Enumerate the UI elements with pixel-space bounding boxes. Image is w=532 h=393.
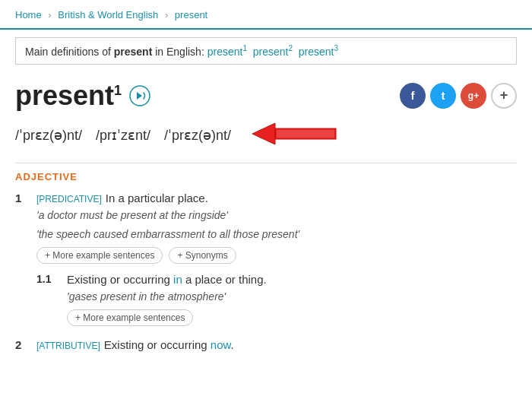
breadcrumb-sep1: › xyxy=(48,9,51,21)
def-example-1a: 'a doctor must be present at the ringsid… xyxy=(36,208,517,223)
infobar-prefix: Main definitions of xyxy=(25,46,114,58)
breadcrumb-section[interactable]: British & World English xyxy=(58,9,158,21)
more-button[interactable]: + xyxy=(491,83,517,109)
inline-link-now[interactable]: now xyxy=(211,338,231,351)
pronunciation-2: /prɪˈzɛnt/ xyxy=(96,127,150,144)
svg-marker-3 xyxy=(252,123,275,144)
def-text-2: Existing or occurring now. xyxy=(104,338,234,351)
social-icons: f t g+ + xyxy=(400,83,517,109)
pronunciation-1: /ˈprɛz(ə)nt/ xyxy=(15,127,82,144)
infobar-link2[interactable]: present2 xyxy=(253,46,293,58)
infobar-link3[interactable]: present3 xyxy=(299,46,338,58)
infobar-word: present xyxy=(114,46,153,58)
more-examples-button-1-1[interactable]: + More example sentences xyxy=(67,309,193,326)
breadcrumb: Home › British & World English › present xyxy=(0,0,532,30)
more-examples-button-1[interactable]: + More example sentences xyxy=(36,247,163,264)
twitter-button[interactable]: t xyxy=(430,83,456,109)
breadcrumb-current: present xyxy=(175,9,207,21)
word-title-row: present1 f t g+ + xyxy=(15,80,517,112)
word-sup: 1 xyxy=(114,83,122,98)
sub-def-buttons-1-1: + More example sentences xyxy=(67,309,517,326)
twitter-icon: t xyxy=(442,89,445,102)
facebook-icon: f xyxy=(411,89,415,102)
inline-link-in[interactable]: in xyxy=(173,273,182,286)
word-title: present1 xyxy=(15,80,122,112)
breadcrumb-home[interactable]: Home xyxy=(15,9,42,21)
sub-definition-1-1: 1.1 Existing or occurring in a place or … xyxy=(36,273,517,326)
sub-def-content-1-1: Existing or occurring in a place or thin… xyxy=(67,273,517,326)
infobar-mid: in English: xyxy=(152,46,207,58)
sub-def-number-1-1: 1.1 xyxy=(36,273,67,285)
breadcrumb-sep2: › xyxy=(165,9,168,21)
sub-def-example-1-1: 'gases present in the atmosphere' xyxy=(67,289,517,305)
pos-label: ADJECTIVE xyxy=(15,171,517,182)
facebook-button[interactable]: f xyxy=(400,83,426,109)
word-title-left: present1 xyxy=(15,80,150,112)
main-content: present1 f t g+ + xyxy=(0,72,532,379)
info-bar: Main definitions of present in English: … xyxy=(15,37,517,65)
def-number-2: 2 xyxy=(15,338,36,351)
def-buttons-1: + More example sentences + Synonyms xyxy=(36,247,517,264)
gplus-button[interactable]: g+ xyxy=(461,83,486,109)
red-arrow-icon xyxy=(252,118,351,154)
definition-1: 1 [PREDICATIVE]In a particular place. 'a… xyxy=(15,192,517,326)
def-text-1: In a particular place. xyxy=(106,192,208,204)
more-icon: + xyxy=(500,87,508,103)
def-content-2: [ATTRIBUTIVE]Existing or occurring now. xyxy=(36,338,517,351)
svg-rect-4 xyxy=(277,130,334,138)
sub-def-text-1-1: Existing or occurring in a place or thin… xyxy=(67,273,267,286)
infobar-link1[interactable]: present1 xyxy=(207,46,247,58)
def-tag-2: [ATTRIBUTIVE] xyxy=(36,341,100,351)
def-example-1b: 'the speech caused embarrassment to all … xyxy=(36,227,517,242)
def-number-1: 1 xyxy=(15,192,36,204)
gplus-icon: g+ xyxy=(468,90,479,101)
synonyms-button-1[interactable]: + Synonyms xyxy=(169,247,236,264)
def-content-1: [PREDICATIVE]In a particular place. 'a d… xyxy=(36,192,517,326)
section-divider xyxy=(15,163,517,163)
svg-marker-1 xyxy=(137,92,142,100)
definition-2: 2 [ATTRIBUTIVE]Existing or occurring now… xyxy=(15,338,517,351)
pronunciation-row: /ˈprɛz(ə)nt/ /prɪˈzɛnt/ /ˈprɛz(ə)nt/ xyxy=(15,118,517,154)
pronunciation-3: /ˈprɛz(ə)nt/ xyxy=(164,127,231,144)
def-tag-1: [PREDICATIVE] xyxy=(36,194,102,204)
sound-icon[interactable] xyxy=(129,85,150,106)
